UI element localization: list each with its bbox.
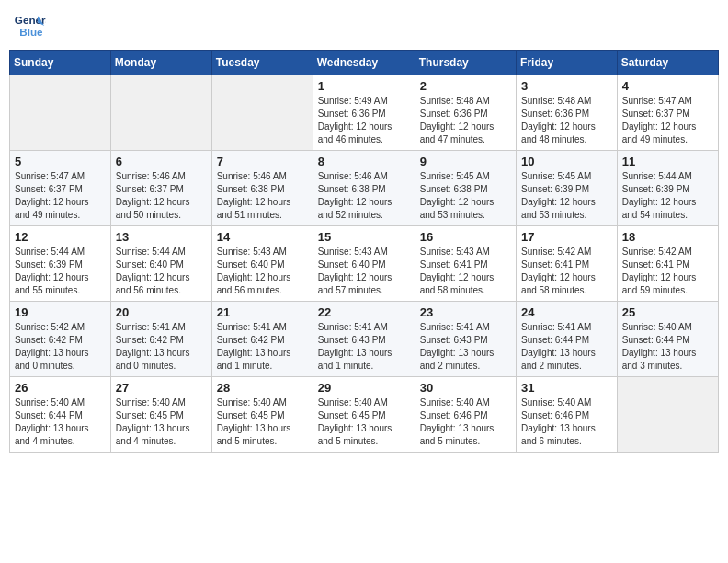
day-info: Sunrise: 5:44 AM Sunset: 6:39 PM Dayligh… (15, 246, 106, 297)
calendar-header-monday: Monday (110, 51, 211, 75)
calendar-cell: 18Sunrise: 5:42 AM Sunset: 6:41 PM Dayli… (617, 226, 718, 302)
calendar-header-wednesday: Wednesday (313, 51, 415, 75)
calendar-cell: 20Sunrise: 5:41 AM Sunset: 6:42 PM Dayli… (110, 302, 211, 377)
calendar-cell: 6Sunrise: 5:46 AM Sunset: 6:37 PM Daylig… (110, 151, 211, 226)
day-number: 30 (420, 381, 511, 395)
day-number: 2 (420, 79, 511, 93)
calendar-week-row: 26Sunrise: 5:40 AM Sunset: 6:44 PM Dayli… (10, 377, 719, 453)
day-number: 5 (15, 155, 106, 168)
day-number: 8 (318, 155, 410, 168)
calendar-cell (211, 75, 313, 151)
calendar-cell: 22Sunrise: 5:41 AM Sunset: 6:43 PM Dayli… (313, 302, 415, 377)
calendar-header-sunday: Sunday (10, 51, 111, 75)
calendar-cell: 19Sunrise: 5:42 AM Sunset: 6:42 PM Dayli… (10, 302, 111, 377)
day-info: Sunrise: 5:41 AM Sunset: 6:44 PM Dayligh… (521, 321, 612, 373)
day-number: 3 (521, 79, 612, 93)
day-info: Sunrise: 5:40 AM Sunset: 6:46 PM Dayligh… (521, 396, 612, 448)
day-number: 6 (116, 155, 207, 168)
day-number: 28 (217, 381, 308, 395)
calendar-cell: 17Sunrise: 5:42 AM Sunset: 6:41 PM Dayli… (517, 226, 618, 302)
day-number: 31 (521, 381, 612, 395)
calendar-cell: 11Sunrise: 5:44 AM Sunset: 6:39 PM Dayli… (617, 151, 718, 226)
day-number: 24 (521, 305, 612, 319)
day-info: Sunrise: 5:41 AM Sunset: 6:42 PM Dayligh… (217, 321, 308, 373)
calendar-header-thursday: Thursday (415, 51, 516, 75)
calendar-cell: 30Sunrise: 5:40 AM Sunset: 6:46 PM Dayli… (415, 377, 516, 453)
day-info: Sunrise: 5:42 AM Sunset: 6:42 PM Dayligh… (15, 321, 106, 373)
calendar-cell: 10Sunrise: 5:45 AM Sunset: 6:39 PM Dayli… (517, 151, 618, 226)
calendar-cell: 23Sunrise: 5:41 AM Sunset: 6:43 PM Dayli… (415, 302, 516, 377)
calendar-header-tuesday: Tuesday (211, 51, 313, 75)
calendar-table: SundayMondayTuesdayWednesdayThursdayFrid… (9, 50, 719, 453)
calendar-header-saturday: Saturday (617, 51, 718, 75)
day-info: Sunrise: 5:48 AM Sunset: 6:36 PM Dayligh… (521, 95, 612, 146)
calendar-cell: 25Sunrise: 5:40 AM Sunset: 6:44 PM Dayli… (617, 302, 718, 377)
day-number: 25 (622, 305, 713, 319)
day-info: Sunrise: 5:46 AM Sunset: 6:38 PM Dayligh… (217, 170, 308, 222)
calendar-cell: 29Sunrise: 5:40 AM Sunset: 6:45 PM Dayli… (313, 377, 415, 453)
day-number: 11 (622, 155, 713, 168)
day-info: Sunrise: 5:43 AM Sunset: 6:41 PM Dayligh… (420, 246, 511, 297)
day-number: 21 (217, 305, 308, 319)
calendar-cell: 26Sunrise: 5:40 AM Sunset: 6:44 PM Dayli… (10, 377, 111, 453)
calendar-cell: 2Sunrise: 5:48 AM Sunset: 6:36 PM Daylig… (415, 75, 516, 151)
calendar-cell: 14Sunrise: 5:43 AM Sunset: 6:40 PM Dayli… (211, 226, 313, 302)
day-info: Sunrise: 5:41 AM Sunset: 6:43 PM Dayligh… (318, 321, 410, 373)
calendar-cell: 24Sunrise: 5:41 AM Sunset: 6:44 PM Dayli… (517, 302, 618, 377)
calendar-cell: 1Sunrise: 5:49 AM Sunset: 6:36 PM Daylig… (313, 75, 415, 151)
calendar-cell: 28Sunrise: 5:40 AM Sunset: 6:45 PM Dayli… (211, 377, 313, 453)
day-number: 29 (318, 381, 410, 395)
calendar-cell (617, 377, 718, 453)
calendar-cell: 8Sunrise: 5:46 AM Sunset: 6:38 PM Daylig… (313, 151, 415, 226)
calendar-week-row: 19Sunrise: 5:42 AM Sunset: 6:42 PM Dayli… (10, 302, 719, 377)
day-info: Sunrise: 5:41 AM Sunset: 6:43 PM Dayligh… (420, 321, 511, 373)
calendar-week-row: 12Sunrise: 5:44 AM Sunset: 6:39 PM Dayli… (10, 226, 719, 302)
day-number: 13 (116, 230, 207, 244)
day-number: 12 (15, 230, 106, 244)
day-number: 18 (622, 230, 713, 244)
day-info: Sunrise: 5:40 AM Sunset: 6:45 PM Dayligh… (217, 396, 308, 448)
day-number: 20 (116, 305, 207, 319)
day-number: 19 (15, 305, 106, 319)
day-number: 14 (217, 230, 308, 244)
day-info: Sunrise: 5:40 AM Sunset: 6:44 PM Dayligh… (15, 396, 106, 448)
day-number: 23 (420, 305, 511, 319)
logo-icon: General Blue (13, 9, 46, 42)
calendar-cell: 13Sunrise: 5:44 AM Sunset: 6:40 PM Dayli… (110, 226, 211, 302)
day-info: Sunrise: 5:42 AM Sunset: 6:41 PM Dayligh… (521, 246, 612, 297)
day-info: Sunrise: 5:44 AM Sunset: 6:39 PM Dayligh… (622, 170, 713, 222)
calendar-cell: 21Sunrise: 5:41 AM Sunset: 6:42 PM Dayli… (211, 302, 313, 377)
calendar-cell: 5Sunrise: 5:47 AM Sunset: 6:37 PM Daylig… (10, 151, 111, 226)
calendar-cell: 4Sunrise: 5:47 AM Sunset: 6:37 PM Daylig… (617, 75, 718, 151)
calendar-cell: 27Sunrise: 5:40 AM Sunset: 6:45 PM Dayli… (110, 377, 211, 453)
calendar-header-row: SundayMondayTuesdayWednesdayThursdayFrid… (10, 51, 719, 75)
day-number: 4 (622, 79, 713, 93)
calendar-cell (110, 75, 211, 151)
day-info: Sunrise: 5:46 AM Sunset: 6:37 PM Dayligh… (116, 170, 207, 222)
calendar-week-row: 1Sunrise: 5:49 AM Sunset: 6:36 PM Daylig… (10, 75, 719, 151)
calendar-cell: 31Sunrise: 5:40 AM Sunset: 6:46 PM Dayli… (517, 377, 618, 453)
day-info: Sunrise: 5:46 AM Sunset: 6:38 PM Dayligh… (318, 170, 410, 222)
day-number: 16 (420, 230, 511, 244)
calendar-week-row: 5Sunrise: 5:47 AM Sunset: 6:37 PM Daylig… (10, 151, 719, 226)
day-number: 27 (116, 381, 207, 395)
day-info: Sunrise: 5:48 AM Sunset: 6:36 PM Dayligh… (420, 95, 511, 146)
calendar-cell: 16Sunrise: 5:43 AM Sunset: 6:41 PM Dayli… (415, 226, 516, 302)
day-info: Sunrise: 5:40 AM Sunset: 6:46 PM Dayligh… (420, 396, 511, 448)
calendar-cell: 3Sunrise: 5:48 AM Sunset: 6:36 PM Daylig… (517, 75, 618, 151)
day-number: 17 (521, 230, 612, 244)
day-number: 15 (318, 230, 410, 244)
day-info: Sunrise: 5:47 AM Sunset: 6:37 PM Dayligh… (622, 95, 713, 146)
day-info: Sunrise: 5:44 AM Sunset: 6:40 PM Dayligh… (116, 246, 207, 297)
calendar-cell: 12Sunrise: 5:44 AM Sunset: 6:39 PM Dayli… (10, 226, 111, 302)
day-info: Sunrise: 5:47 AM Sunset: 6:37 PM Dayligh… (15, 170, 106, 222)
calendar-cell: 15Sunrise: 5:43 AM Sunset: 6:40 PM Dayli… (313, 226, 415, 302)
day-number: 1 (318, 79, 410, 93)
calendar-cell: 9Sunrise: 5:45 AM Sunset: 6:38 PM Daylig… (415, 151, 516, 226)
logo: General Blue (13, 9, 50, 42)
calendar-cell: 7Sunrise: 5:46 AM Sunset: 6:38 PM Daylig… (211, 151, 313, 226)
day-info: Sunrise: 5:45 AM Sunset: 6:39 PM Dayligh… (521, 170, 612, 222)
day-info: Sunrise: 5:40 AM Sunset: 6:44 PM Dayligh… (622, 321, 713, 373)
day-info: Sunrise: 5:45 AM Sunset: 6:38 PM Dayligh… (420, 170, 511, 222)
page-header: General Blue (9, 9, 719, 42)
